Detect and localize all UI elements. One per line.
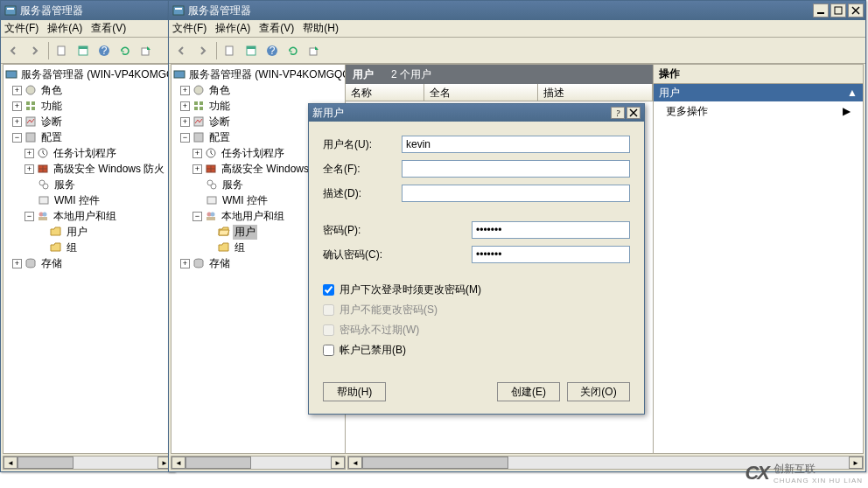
tree-label: WMI 控件 — [220, 193, 270, 208]
menu-file[interactable]: 文件(F) — [4, 21, 38, 36]
expand-icon[interactable]: + — [24, 149, 34, 158]
expand-icon[interactable]: + — [24, 164, 34, 174]
col-fullname[interactable]: 全名 — [424, 84, 538, 101]
scrollbar-thumb[interactable] — [186, 457, 251, 469]
input-desc[interactable] — [402, 185, 630, 202]
scroll-left-icon[interactable]: ◄ — [172, 457, 186, 469]
tree-firewall[interactable]: +高级安全 Windows 防火 — [5, 161, 171, 177]
export-icon[interactable] — [136, 41, 156, 60]
tree-users[interactable]: 用户 — [5, 224, 171, 240]
expand-icon[interactable]: + — [192, 164, 202, 174]
menu-action[interactable]: 操作(A) — [47, 21, 82, 36]
tree-config[interactable]: −配置 — [5, 129, 171, 145]
dialog-titlebar[interactable]: 新用户 ? — [309, 104, 644, 122]
button-create[interactable]: 创建(E) — [497, 382, 560, 401]
svg-rect-0 — [5, 6, 16, 15]
titlebar-back[interactable]: 服务器管理器 — [1, 1, 174, 20]
scrollbar-track[interactable] — [18, 457, 158, 469]
task-icon — [36, 146, 50, 160]
check-disabled-row[interactable]: 帐户已禁用(B) — [323, 343, 630, 358]
expand-icon[interactable]: + — [180, 259, 190, 268]
tree-label: 服务 — [220, 178, 245, 192]
expand-icon[interactable]: + — [12, 101, 22, 111]
scrollbar-thumb[interactable] — [362, 457, 508, 469]
expand-icon[interactable]: + — [12, 259, 22, 268]
help-icon[interactable]: ? — [94, 41, 114, 60]
button-help[interactable]: 帮助(H) — [323, 382, 386, 401]
menu-view[interactable]: 查看(V) — [91, 21, 126, 36]
scrollbar-track[interactable] — [186, 457, 331, 469]
input-confirm-password[interactable] — [472, 246, 630, 263]
nav-fwd-icon[interactable] — [193, 41, 213, 60]
menu-file[interactable]: 文件(F) — [172, 21, 206, 36]
scroll-right-icon[interactable]: ► — [331, 457, 345, 469]
col-desc[interactable]: 描述 — [538, 84, 653, 101]
scroll-left-icon[interactable]: ◄ — [4, 457, 18, 469]
tree-task[interactable]: +任务计划程序 — [5, 145, 171, 161]
tree-roles[interactable]: +角色 — [173, 82, 343, 98]
titlebar-front[interactable]: 服务器管理器 — [169, 1, 865, 20]
collapse-icon[interactable]: − — [180, 133, 190, 143]
input-username[interactable] — [402, 136, 630, 153]
tree-services[interactable]: 服务 — [5, 177, 171, 192]
nav-fwd-icon[interactable] — [25, 41, 45, 60]
scrollbar-tree-h[interactable]: ◄ ► — [171, 456, 346, 470]
action-more[interactable]: 更多操作 ▶ — [654, 101, 863, 121]
doc-icon[interactable] — [220, 41, 240, 60]
tree-roles[interactable]: +角色 — [5, 82, 171, 98]
doc-icon[interactable] — [52, 41, 72, 60]
collapse-icon[interactable]: − — [192, 212, 202, 221]
tree-localug[interactable]: −本地用户和组 — [5, 208, 171, 224]
maximize-button[interactable] — [830, 3, 846, 17]
dialog-close-button[interactable] — [626, 107, 640, 119]
tree-root[interactable]: 服务器管理器 (WIN-VP4KOMGQQ — [5, 66, 171, 82]
check-mustchange[interactable] — [323, 284, 334, 296]
props-icon[interactable] — [74, 41, 93, 60]
tree-storage[interactable]: +存储 — [5, 255, 171, 271]
refresh-icon[interactable] — [284, 41, 303, 60]
tree-root[interactable]: 服务器管理器 (WIN-VP4KOMGQQ9 — [173, 66, 343, 82]
tree-features[interactable]: +功能 — [5, 98, 171, 114]
actions-users-header[interactable]: 用户 ▲ — [654, 84, 863, 101]
expand-icon[interactable]: + — [180, 101, 190, 111]
input-password[interactable] — [472, 221, 630, 239]
nav-back-icon[interactable] — [4, 41, 24, 60]
nav-back-icon[interactable] — [172, 41, 192, 60]
menu-help[interactable]: 帮助(H) — [303, 21, 339, 36]
collapse-icon[interactable]: − — [24, 212, 34, 221]
input-fullname[interactable] — [402, 160, 630, 178]
dialog-help-button[interactable]: ? — [611, 107, 625, 119]
help-icon[interactable]: ? — [262, 41, 282, 60]
folder-icon — [217, 241, 231, 254]
menu-action[interactable]: 操作(A) — [215, 21, 250, 36]
menu-view[interactable]: 查看(V) — [259, 21, 294, 36]
check-account-disabled[interactable] — [323, 345, 334, 356]
expand-icon[interactable]: + — [12, 117, 22, 127]
button-close[interactable]: 关闭(O) — [567, 382, 630, 401]
expand-icon[interactable]: + — [180, 86, 190, 95]
tree-label: 功能 — [207, 99, 232, 114]
props-icon[interactable] — [242, 41, 261, 60]
export-icon[interactable] — [304, 41, 324, 60]
action-label: 更多操作 — [666, 104, 708, 119]
check-mustchange-row[interactable]: 用户下次登录时须更改密码(M) — [323, 282, 630, 297]
minimize-button[interactable] — [813, 3, 829, 17]
scroll-left-icon[interactable]: ◄ — [348, 457, 362, 469]
close-button[interactable] — [848, 3, 864, 17]
refresh-icon[interactable] — [116, 41, 135, 60]
col-name[interactable]: 名称 — [346, 84, 424, 101]
app-icon — [172, 4, 185, 17]
tree-groups[interactable]: 组 — [5, 240, 171, 255]
collapse-icon[interactable]: − — [12, 133, 22, 143]
scrollbar-horizontal-back[interactable]: ◄ ► — [3, 456, 172, 470]
features-icon — [24, 99, 38, 113]
svg-rect-11 — [32, 101, 35, 105]
tree-diag[interactable]: +诊断 — [5, 114, 171, 129]
expand-icon[interactable]: + — [180, 117, 190, 127]
services-icon — [205, 178, 219, 192]
expand-icon[interactable]: + — [192, 149, 202, 158]
expand-icon[interactable]: + — [12, 86, 22, 95]
label-username: 用户名(U): — [323, 137, 402, 152]
scrollbar-thumb[interactable] — [18, 457, 74, 469]
tree-wmi[interactable]: WMI 控件 — [5, 192, 171, 208]
